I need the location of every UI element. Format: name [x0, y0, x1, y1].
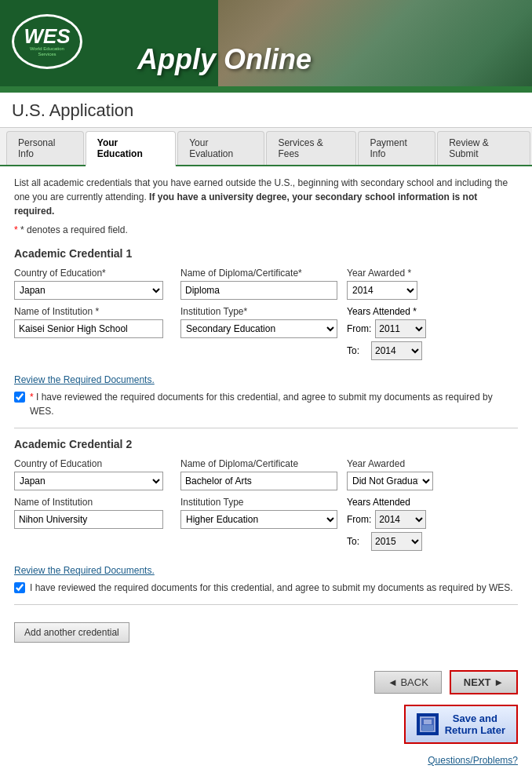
- credential-2-diploma-label: Name of Diploma/Certificate: [180, 458, 337, 469]
- credential-1-checkbox-row: * I have reviewed the required documents…: [14, 390, 518, 418]
- credential-2-institution-input[interactable]: [14, 510, 163, 529]
- page-title-area: U.S. Application: [0, 93, 532, 128]
- save-return-area: Save andReturn Later: [0, 698, 532, 750]
- credential-2-to-row: To: 2015 2016: [347, 532, 426, 551]
- main-content: List all academic credentials that you h…: [0, 166, 532, 658]
- credential-2-year-label: Year Awarded: [347, 458, 441, 469]
- credential-2-from-label: From:: [347, 514, 371, 525]
- tab-review-submit[interactable]: Review & Submit: [437, 131, 530, 165]
- credential-2-checkbox-row: I have reviewed the required documents f…: [14, 581, 518, 595]
- credential-2-country-group: Country of Education Japan United States: [14, 458, 171, 490]
- save-return-button[interactable]: Save andReturn Later: [404, 705, 518, 744]
- credential-1-to-label: To:: [347, 345, 359, 356]
- credential-1-review-link[interactable]: Review the Required Documents.: [14, 374, 155, 385]
- credential-1-year-label: Year Awarded *: [347, 268, 441, 279]
- credential-1-diploma-group: Name of Diploma/Certificate*: [180, 268, 337, 300]
- save-icon: [417, 713, 439, 735]
- questions-link[interactable]: Questions/Problems?: [428, 755, 518, 766]
- logo-container: WES World EducationServices: [12, 14, 82, 69]
- credential-2-section: Academic Credential 2 Country of Educati…: [14, 438, 518, 595]
- credential-1-institution-input[interactable]: [14, 319, 163, 338]
- save-return-text: Save andReturn Later: [445, 713, 505, 736]
- credential-1-from-select[interactable]: 2011 2012 2013 2014: [375, 319, 426, 338]
- logo-sub-text: World EducationServices: [30, 46, 64, 57]
- credential-2-country-select[interactable]: Japan United States: [14, 472, 163, 490]
- credential-2-year-select[interactable]: Did Not Graduate 2014 2015: [347, 472, 433, 490]
- credential-1-checkbox-label: * I have reviewed the required documents…: [30, 390, 518, 418]
- header-green-bar: [0, 86, 532, 93]
- credential-1-title: Academic Credential 1: [14, 247, 518, 260]
- credential-2-institution-label: Name of Institution: [14, 497, 171, 508]
- questions-area: Questions/Problems?: [0, 750, 532, 769]
- credential-2-review-link[interactable]: Review the Required Documents.: [14, 565, 155, 576]
- credential-1-to-select[interactable]: 2014 2015 2016: [371, 341, 422, 360]
- credential-2-title: Academic Credential 2: [14, 438, 518, 450]
- tab-personal-info[interactable]: Personal Info: [6, 131, 84, 165]
- credential-1-country-group: Country of Education* Japan United State…: [14, 268, 171, 300]
- tab-services-fees[interactable]: Services & Fees: [266, 131, 356, 165]
- credential-2-years-attended-label: Years Attended: [347, 497, 426, 508]
- credential-2-country-label: Country of Education: [14, 458, 171, 469]
- credential-1-to-row: To: 2014 2015 2016: [347, 341, 426, 360]
- credential-2-row-2: Name of Institution Institution Type Hig…: [14, 497, 518, 554]
- credential-2-inst-type-group: Institution Type Higher Education Second…: [180, 497, 337, 529]
- credential-1-year-group: Year Awarded * 2014 2015 2016: [347, 268, 441, 300]
- page-title: U.S. Application: [12, 100, 520, 121]
- page-header: WES World EducationServices Apply Online: [0, 0, 532, 86]
- divider-1: [14, 428, 518, 428]
- next-button[interactable]: NEXT: [450, 670, 518, 694]
- credential-1-years-attended-label: Years Attended *: [347, 306, 426, 317]
- credential-1-row-1: Country of Education* Japan United State…: [14, 268, 518, 300]
- credential-1-checkbox[interactable]: [14, 392, 25, 403]
- credential-2-institution-group: Name of Institution: [14, 497, 171, 529]
- credential-1-from-row: From: 2011 2012 2013 2014: [347, 319, 426, 338]
- required-note: * * denotes a required field.: [14, 224, 518, 235]
- required-star: *: [14, 224, 18, 235]
- add-credential-button[interactable]: Add another credential: [14, 622, 129, 643]
- logo-wes-text: WES: [24, 26, 70, 46]
- credential-1-required-star: *: [30, 392, 36, 403]
- credential-1-institution-label: Name of Institution *: [14, 306, 171, 317]
- credential-2-checkbox-label: I have reviewed the required documents f…: [30, 581, 513, 595]
- tab-payment-info[interactable]: Payment Info: [358, 131, 435, 165]
- apply-online-title: Apply Online: [137, 43, 312, 76]
- credential-1-section: Academic Credential 1 Country of Educati…: [14, 247, 518, 418]
- back-button[interactable]: BACK: [374, 671, 442, 694]
- credential-1-from-label: From:: [347, 323, 371, 334]
- credential-2-diploma-input[interactable]: [180, 472, 337, 490]
- divider-2: [14, 604, 518, 605]
- credential-1-diploma-input[interactable]: [180, 281, 337, 300]
- intro-text: List all academic credentials that you h…: [14, 176, 518, 218]
- credential-1-inst-type-label: Institution Type*: [180, 306, 337, 317]
- credential-2-from-row: From: 2014 2015: [347, 510, 426, 529]
- credential-2-inst-type-label: Institution Type: [180, 497, 337, 508]
- credential-2-to-select[interactable]: 2015 2016: [371, 532, 422, 551]
- credential-2-year-group: Year Awarded Did Not Graduate 2014 2015: [347, 458, 441, 490]
- save-icon-inner: [420, 716, 435, 732]
- tabs-container: Personal Info Your Education Your Evalua…: [0, 128, 532, 166]
- credential-1-row-2: Name of Institution * Institution Type* …: [14, 306, 518, 363]
- credential-2-checkbox[interactable]: [14, 582, 25, 593]
- credential-2-from-select[interactable]: 2014 2015: [375, 510, 426, 529]
- credential-2-to-label: To:: [347, 536, 359, 547]
- credential-1-years-attended-group: Years Attended * From: 2011 2012 2013 20…: [347, 306, 426, 363]
- credential-1-country-label: Country of Education*: [14, 268, 171, 279]
- credential-1-inst-type-select[interactable]: Secondary Education Higher Education Voc…: [180, 319, 337, 338]
- credential-1-institution-group: Name of Institution *: [14, 306, 171, 338]
- credential-1-country-select[interactable]: Japan United States Canada: [14, 281, 163, 300]
- logo-oval: WES World EducationServices: [12, 14, 82, 69]
- credential-1-year-select[interactable]: 2014 2015 2016: [347, 281, 417, 300]
- tab-your-education[interactable]: Your Education: [86, 131, 176, 166]
- credential-2-row-1: Country of Education Japan United States…: [14, 458, 518, 490]
- credential-1-inst-type-group: Institution Type* Secondary Education Hi…: [180, 306, 337, 338]
- credential-1-diploma-label: Name of Diploma/Certificate*: [180, 268, 337, 279]
- credential-2-diploma-group: Name of Diploma/Certificate: [180, 458, 337, 490]
- nav-area: BACK NEXT: [0, 658, 532, 698]
- tab-your-evaluation[interactable]: Your Evaluation: [177, 131, 264, 165]
- credential-2-inst-type-select[interactable]: Higher Education Secondary Education Voc…: [180, 510, 337, 529]
- credential-2-years-attended-group: Years Attended From: 2014 2015 To: 2015 …: [347, 497, 426, 554]
